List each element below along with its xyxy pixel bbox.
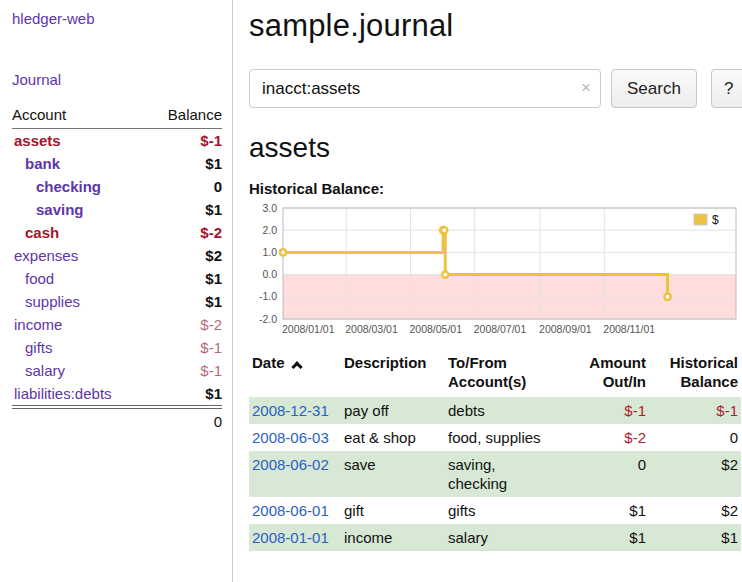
legend-label: $: [712, 213, 719, 227]
account-row: checking0: [12, 175, 222, 198]
account-row: cash$-2: [12, 221, 222, 244]
sort-ascending-icon: [291, 361, 302, 372]
svg-text:-1.0: -1.0: [259, 290, 277, 302]
help-button[interactable]: ?: [711, 69, 742, 108]
column-header-amount: Amount Out/In: [565, 351, 649, 397]
data-point-marker: [280, 249, 286, 255]
txn-date-link[interactable]: 2008-01-01: [252, 529, 329, 546]
account-balance: $-1: [148, 359, 222, 382]
txn-balance-cell: $2: [649, 451, 741, 497]
txn-description-cell: save: [341, 451, 445, 497]
txn-accounts-cell: food, supplies: [445, 424, 565, 451]
account-balance: $2: [148, 244, 222, 267]
search-input[interactable]: [249, 69, 601, 108]
svg-text:2008/01/01: 2008/01/01: [282, 323, 335, 335]
accounts-total-spacer: [12, 407, 148, 433]
account-link-saving[interactable]: saving: [36, 201, 84, 218]
app-title-link[interactable]: hledger-web: [12, 10, 222, 27]
clear-search-icon[interactable]: ×: [581, 79, 591, 97]
account-balance: $-1: [148, 336, 222, 359]
account-link-food[interactable]: food: [25, 270, 54, 287]
account-link-assets[interactable]: assets: [14, 132, 61, 149]
hledger-web-app: hledger-web Journal Account Balance asse…: [0, 0, 742, 582]
account-link-supplies[interactable]: supplies: [25, 293, 80, 310]
txn-amount-cell: 0: [565, 451, 649, 497]
transaction-row[interactable]: 2008-12-31pay offdebts$-1$-1: [249, 397, 741, 424]
txn-description-cell: pay off: [341, 397, 445, 424]
transaction-row[interactable]: 2008-01-01incomesalary$1$1: [249, 524, 741, 551]
data-point-marker: [442, 271, 448, 277]
txn-amount-cell: $1: [565, 497, 649, 524]
txn-amount-cell: $-2: [565, 424, 649, 451]
account-heading: assets: [249, 132, 742, 164]
column-header-tofrom: To/From Account(s): [445, 351, 565, 397]
account-link-liabilities-debts[interactable]: liabilities:debts: [14, 385, 112, 402]
svg-text:2008/03/01: 2008/03/01: [345, 323, 398, 335]
txn-description-cell: gift: [341, 497, 445, 524]
account-link-salary[interactable]: salary: [25, 362, 65, 379]
txn-date-link[interactable]: 2008-06-03: [252, 429, 329, 446]
data-point-marker: [441, 227, 447, 233]
account-balance: $1: [148, 382, 222, 407]
account-link-gifts[interactable]: gifts: [25, 339, 53, 356]
account-row: assets$-1: [12, 129, 222, 153]
account-link-expenses[interactable]: expenses: [14, 247, 78, 264]
txn-date-cell: 2008-01-01: [249, 524, 341, 551]
txn-date-link[interactable]: 2008-06-02: [252, 456, 329, 473]
svg-text:2008/11/01: 2008/11/01: [603, 323, 655, 335]
accounts-total-row: 0: [12, 407, 222, 433]
account-link-cash[interactable]: cash: [25, 224, 59, 241]
main-content: sample.journal × Search ? assets Histori…: [233, 0, 742, 582]
txn-date-cell: 2008-06-01: [249, 497, 341, 524]
transaction-row[interactable]: 2008-06-03eat & shopfood, supplies$-20: [249, 424, 741, 451]
account-name-cell: expenses: [12, 244, 148, 267]
search-field-wrapper: ×: [249, 69, 601, 108]
transaction-row[interactable]: 2008-06-01giftgifts$1$2: [249, 497, 741, 524]
account-link-income[interactable]: income: [14, 316, 62, 333]
account-balance: $1: [148, 267, 222, 290]
txn-balance-cell: 0: [649, 424, 741, 451]
txn-date-cell: 2008-06-02: [249, 451, 341, 497]
account-balance: $-2: [148, 313, 222, 336]
transaction-row[interactable]: 2008-06-02savesaving, checking0$2: [249, 451, 741, 497]
column-header-date[interactable]: Date: [249, 351, 341, 397]
txn-date-link[interactable]: 2008-06-01: [252, 502, 329, 519]
page-title: sample.journal: [249, 8, 742, 44]
sidebar-item-journal[interactable]: Journal: [12, 71, 222, 88]
txn-accounts-cell: salary: [445, 524, 565, 551]
account-row: bank$1: [12, 152, 222, 175]
account-name-cell: saving: [12, 198, 148, 221]
account-link-bank[interactable]: bank: [25, 155, 60, 172]
account-row: saving$1: [12, 198, 222, 221]
txn-accounts-cell: saving, checking: [445, 451, 565, 497]
svg-text:0.0: 0.0: [262, 268, 277, 280]
svg-text:-2.0: -2.0: [259, 313, 277, 325]
txn-accounts-cell: gifts: [445, 497, 565, 524]
accounts-header-balance: Balance: [148, 104, 222, 129]
historical-balance-chart[interactable]: -2.0-1.00.01.02.03.02008/01/012008/03/01…: [249, 203, 741, 341]
date-header-label: Date: [252, 354, 285, 371]
txn-date-link[interactable]: 2008-12-31: [252, 402, 329, 419]
search-button[interactable]: Search: [611, 69, 697, 108]
account-link-checking[interactable]: checking: [36, 178, 101, 195]
txn-balance-cell: $1: [649, 524, 741, 551]
account-row: liabilities:debts$1: [12, 382, 222, 407]
legend-swatch: [694, 214, 707, 225]
txn-balance-cell: $-1: [649, 397, 741, 424]
accounts-header-row: Account Balance: [12, 104, 222, 129]
txn-accounts-cell: debts: [445, 397, 565, 424]
txn-amount-cell: $-1: [565, 397, 649, 424]
account-row: supplies$1: [12, 290, 222, 313]
account-name-cell: checking: [12, 175, 148, 198]
txn-amount-cell: $1: [565, 524, 649, 551]
txn-date-cell: 2008-12-31: [249, 397, 341, 424]
account-row: gifts$-1: [12, 336, 222, 359]
accounts-table: Account Balance assets$-1bank$1checking0…: [12, 104, 222, 433]
account-balance: $-1: [148, 129, 222, 153]
account-balance: $1: [148, 290, 222, 313]
chart-svg: -2.0-1.00.01.02.03.02008/01/012008/03/01…: [249, 203, 741, 341]
account-name-cell: liabilities:debts: [12, 382, 148, 407]
account-name-cell: salary: [12, 359, 148, 382]
chart-legend: $: [690, 211, 732, 229]
account-balance: $1: [148, 152, 222, 175]
